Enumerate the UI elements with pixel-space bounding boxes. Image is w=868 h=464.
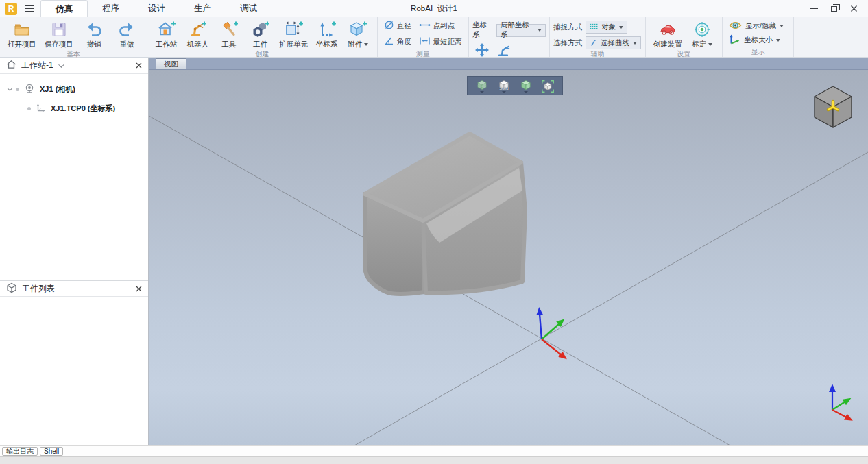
select-mode-caret-icon xyxy=(633,42,637,45)
minimize-button[interactable] xyxy=(809,4,819,14)
viewport-tab-view[interactable]: 视图 xyxy=(156,58,186,69)
calibration-button[interactable]: 标定 xyxy=(686,19,719,49)
save-project-button[interactable]: 保存项目 xyxy=(40,19,77,49)
control-frame-label: 坐标系 xyxy=(472,21,493,40)
jog-move-button[interactable] xyxy=(472,42,491,58)
frame-select[interactable]: 局部坐标系 xyxy=(496,24,546,37)
transparent-view-button[interactable] xyxy=(474,79,490,93)
create-extension-unit-button[interactable]: 扩展单元 xyxy=(276,19,311,49)
nav-triad xyxy=(832,391,847,417)
ribbon-group-assist: 捕捉方式 对象 选择方式 选择曲线 辅助 xyxy=(550,17,646,57)
redo-button[interactable]: 重做 xyxy=(110,19,143,49)
axis-size-button[interactable]: 坐标大小 xyxy=(729,34,780,47)
measure-angle-button[interactable]: 角度 xyxy=(383,36,413,47)
tab-debug[interactable]: 调试 xyxy=(226,0,272,17)
measure-angle-label: 角度 xyxy=(397,37,411,47)
parts-panel-header: 工件列表 xyxy=(0,280,148,297)
snap-mode-select[interactable]: 对象 xyxy=(586,21,627,34)
undo-button[interactable]: 撤销 xyxy=(77,19,110,49)
ribbon-group-control: 坐标系 局部坐标系 控制 xyxy=(469,17,550,57)
view-dropdown-icon xyxy=(524,91,528,93)
tree-item-tcp[interactable]: XJ1.TCP0 (坐标系) xyxy=(0,99,148,118)
snap-grid-icon xyxy=(590,23,598,32)
measure-min-distance-button[interactable]: 最短距离 xyxy=(418,36,464,47)
select-mode-select[interactable]: 选择曲线 xyxy=(586,36,641,49)
create-extension-unit-label: 扩展单元 xyxy=(279,40,308,49)
show-hide-button[interactable]: 显示/隐藏 xyxy=(729,21,784,32)
station-panel-close-button[interactable] xyxy=(136,62,142,69)
view-cube[interactable] xyxy=(812,84,854,130)
app-logo[interactable]: R xyxy=(5,3,17,15)
tab-production[interactable]: 生产 xyxy=(180,0,226,17)
tab-design[interactable]: 设计 xyxy=(134,0,180,17)
create-device-button[interactable]: 创建装置 xyxy=(649,19,686,49)
create-part-button[interactable]: 工件 xyxy=(245,19,276,49)
world-origin-triad xyxy=(540,314,562,355)
solid-view-button[interactable]: Solid xyxy=(496,79,511,93)
group-label-display: 显示 xyxy=(726,47,790,57)
measure-diameter-button[interactable]: 直径 xyxy=(383,20,413,32)
x-axis-arrow xyxy=(542,339,562,355)
attachment-dropdown-icon[interactable] xyxy=(364,43,368,46)
close-button[interactable] xyxy=(849,4,858,14)
curve-icon xyxy=(590,38,597,48)
part-icon xyxy=(251,19,270,39)
create-attachment-button[interactable]: 附件 xyxy=(342,19,374,49)
jog-robot-button[interactable] xyxy=(494,42,513,58)
shell-tab[interactable]: Shell xyxy=(40,447,63,456)
view-dropdown-icon xyxy=(502,91,506,93)
redo-icon xyxy=(118,19,136,39)
menu-hamburger-icon[interactable] xyxy=(25,5,34,12)
parts-panel-close-button[interactable] xyxy=(136,286,142,292)
viewport: 视图 xyxy=(149,58,868,445)
car-icon xyxy=(659,19,677,39)
shaded-view-button[interactable] xyxy=(518,79,533,93)
expander-icon[interactable] xyxy=(7,85,12,90)
title-bar: R 仿真 程序 设计 生产 调试 RobAI_设计1 xyxy=(0,0,868,17)
create-workstation-button[interactable]: 工作站 xyxy=(151,19,182,49)
scene-3d xyxy=(149,70,868,445)
create-device-label: 创建装置 xyxy=(653,40,682,49)
parts-cube-icon xyxy=(6,282,17,295)
calibration-dropdown-icon[interactable] xyxy=(708,43,712,46)
undo-label: 撤销 xyxy=(87,40,101,49)
redo-label: 重做 xyxy=(120,40,134,49)
tab-simulation[interactable]: 仿真 xyxy=(40,0,88,17)
part-box-3d[interactable] xyxy=(365,134,525,294)
close-icon xyxy=(850,5,858,12)
open-project-label: 打开项目 xyxy=(8,40,36,49)
tab-program[interactable]: 程序 xyxy=(88,0,134,17)
attachment-icon xyxy=(348,19,367,39)
tree-item-tcp-label: XJ1.TCP0 (坐标系) xyxy=(51,103,115,114)
create-robot-button[interactable]: 机器人 xyxy=(182,19,214,49)
parts-panel-body xyxy=(0,297,148,445)
undo-icon xyxy=(85,19,103,39)
open-project-button[interactable]: 打开项目 xyxy=(3,19,40,49)
ribbon-group-measure: 直径 角度 点到点 最短距离 测量 xyxy=(378,17,469,57)
station-dropdown-icon[interactable] xyxy=(58,62,64,67)
min-distance-icon xyxy=(419,36,431,47)
create-frame-button[interactable]: 坐标系 xyxy=(311,19,343,49)
home-icon xyxy=(6,60,16,71)
extension-unit-icon xyxy=(284,19,303,39)
frame-select-value: 局部坐标系 xyxy=(501,21,534,40)
save-project-label: 保存项目 xyxy=(45,40,73,49)
output-log-tab[interactable]: 输出日志 xyxy=(2,447,38,456)
viewport-canvas[interactable]: Solid xyxy=(149,70,868,445)
window-title: RobAI_设计1 xyxy=(411,3,457,14)
select-mode-label: 选择方式 xyxy=(553,38,582,48)
create-frame-label: 坐标系 xyxy=(316,40,338,49)
create-tool-button[interactable]: 工具 xyxy=(213,19,245,49)
restore-button[interactable] xyxy=(829,4,839,14)
measure-point-to-point-button[interactable]: 点到点 xyxy=(418,20,464,32)
tree-item-camera[interactable]: XJ1 (相机) xyxy=(0,80,148,99)
station-panel-header: 工作站-1 xyxy=(0,58,148,74)
transparent-cube-icon xyxy=(475,79,489,91)
create-tool-label: 工具 xyxy=(222,40,237,49)
view-dropdown-icon xyxy=(480,91,484,93)
fit-view-button[interactable] xyxy=(540,80,555,93)
station-panel-title: 工作站-1 xyxy=(21,60,53,71)
ribbon-group-create: 工作站 机器人 工具 工件 xyxy=(147,17,378,57)
y-axis-arrow xyxy=(542,323,559,339)
tcp-frame-icon xyxy=(36,103,46,114)
